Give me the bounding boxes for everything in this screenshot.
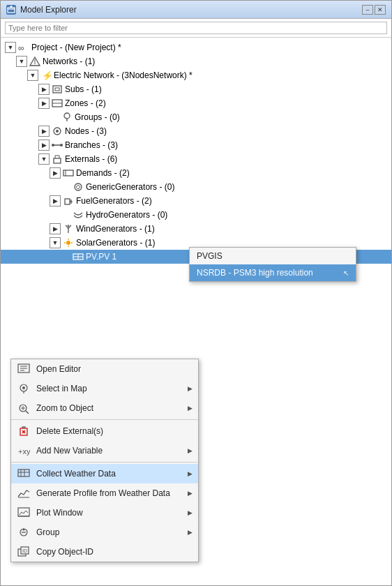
- toggle-externals[interactable]: ▼: [38, 153, 50, 165]
- toggle-demands[interactable]: ▶: [50, 167, 61, 179]
- svg-rect-25: [65, 199, 70, 204]
- filter-bar: [1, 19, 391, 38]
- tree-item-zones[interactable]: ▶ Zones - (2): [1, 96, 391, 110]
- label-electric-network: Electric Network - (3NodesNetwork) *: [54, 69, 193, 82]
- tree-item-wind-generators[interactable]: ▶ WindGenerators - (1): [1, 222, 391, 236]
- label-collect-weather-data: Collect Weather Data: [36, 469, 193, 479]
- svg-text:ID: ID: [22, 548, 27, 553]
- svg-point-17: [60, 144, 63, 146]
- toggle-subs[interactable]: ▶: [38, 84, 50, 95]
- title-bar: Model Explorer – ✕: [1, 1, 391, 19]
- tree-item-networks[interactable]: ▼ Networks - (1): [1, 54, 391, 68]
- label-subs: Subs - (1): [65, 83, 102, 96]
- label-branches: Branches - (3): [65, 139, 118, 151]
- submenu-item-nsrdb[interactable]: NSRDB - PSM3 high resolution ↖: [190, 264, 356, 281]
- tree-item-demands[interactable]: ▶ Demands - (2): [1, 166, 391, 180]
- tree-item-project[interactable]: ▼ ∞ Project - (New Project) *: [1, 40, 391, 54]
- label-generic-generators: GenericGenerators - (0): [86, 181, 174, 193]
- svg-point-14: [56, 130, 59, 133]
- icon-zones: [51, 98, 63, 109]
- icon-delete-externals: [17, 424, 31, 438]
- tree-item-electric-network[interactable]: ▼ ⚡ Electric Network - (3NodesNetwork) *: [1, 68, 391, 82]
- title-bar-left: Model Explorer: [6, 5, 77, 15]
- toggle-solar-generators[interactable]: ▼: [50, 237, 61, 248]
- toggle-branches[interactable]: ▶: [38, 140, 50, 151]
- icon-generate-profile: [17, 486, 31, 500]
- toggle-wind-generators[interactable]: ▶: [50, 223, 61, 234]
- icon-externals: [51, 153, 63, 165]
- context-menu-item-plot-window[interactable]: Plot Window: [11, 503, 198, 523]
- icon-select-in-map: [17, 382, 31, 396]
- context-menu-item-zoom-to-object[interactable]: Zoom to Object: [11, 398, 198, 418]
- window-title: Model Explorer: [20, 5, 77, 15]
- context-menu-item-group[interactable]: Group: [11, 523, 198, 542]
- label-groups: Groups - (0): [75, 111, 120, 123]
- toggle-nodes[interactable]: ▶: [38, 126, 50, 137]
- svg-text:⚡: ⚡: [42, 70, 52, 80]
- toggle-project[interactable]: ▼: [5, 42, 16, 53]
- svg-point-2: [10, 6, 13, 8]
- icon-subs: [51, 84, 63, 95]
- context-menu-item-collect-weather-data[interactable]: Collect Weather Data: [11, 464, 198, 483]
- context-menu-item-open-editor[interactable]: Open Editor: [11, 359, 198, 379]
- tree-item-nodes[interactable]: ▶ Nodes - (3): [1, 124, 391, 138]
- toggle-networks[interactable]: ▼: [16, 56, 27, 67]
- tree-item-generic-generators[interactable]: GenericGenerators - (0): [1, 180, 391, 194]
- tree-item-fuel-generators[interactable]: ▶ FuelGenerators - (2): [1, 194, 391, 208]
- context-menu-item-select-in-map[interactable]: Select in Map: [11, 379, 198, 398]
- icon-nodes: [51, 126, 63, 137]
- label-plot-window: Plot Window: [36, 508, 193, 518]
- context-menu-item-delete-externals[interactable]: Delete External(s): [11, 421, 198, 441]
- toggle-fuel-generators[interactable]: ▶: [50, 195, 61, 206]
- svg-rect-0: [8, 8, 15, 13]
- filter-input[interactable]: [5, 22, 387, 34]
- tree-item-externals[interactable]: ▼ Externals - (6): [1, 152, 391, 166]
- label-fuel-generators: FuelGenerators - (2): [76, 195, 152, 207]
- label-copy-object-id: Copy Object-ID: [36, 547, 193, 557]
- icon-zoom-to-object: [17, 401, 31, 415]
- tree-item-subs[interactable]: ▶ Subs - (1): [1, 82, 391, 96]
- context-menu-item-generate-profile[interactable]: Generate Profile from Weather Data: [11, 483, 198, 503]
- label-project: Project - (New Project) *: [31, 41, 121, 54]
- icon-project: ∞: [17, 42, 30, 53]
- separator-2: [11, 462, 198, 463]
- label-networks: Networks - (1): [43, 55, 95, 68]
- minimize-button[interactable]: –: [362, 5, 373, 15]
- tree-item-branches[interactable]: ▶ Branches - (3): [1, 138, 391, 152]
- label-group: Group: [36, 527, 193, 537]
- svg-text:+xyz: +xyz: [18, 447, 30, 456]
- icon-add-new-variable: +xyz: [17, 444, 31, 458]
- title-buttons: – ✕: [362, 5, 386, 15]
- icon-collect-weather-data: [17, 467, 31, 481]
- separator-1: [11, 419, 198, 420]
- tree-item-hydro-generators[interactable]: HydroGenerators - (0): [1, 208, 391, 222]
- icon-electric-network: ⚡: [40, 70, 52, 81]
- toggle-zones[interactable]: ▶: [38, 98, 50, 109]
- icon-fuel-generators: [62, 195, 75, 206]
- context-menu-item-add-new-variable[interactable]: +xyz Add New Variable: [11, 441, 198, 460]
- label-hydro-generators: HydroGenerators - (0): [86, 209, 167, 221]
- label-nodes: Nodes - (3): [65, 125, 107, 137]
- tree-area: ▼ ∞ Project - (New Project) * ▼ Networks…: [1, 38, 391, 585]
- icon-generic-generators: [72, 181, 84, 193]
- svg-rect-8: [55, 88, 59, 91]
- label-delete-externals: Delete External(s): [36, 426, 193, 436]
- icon-branches: [51, 140, 63, 151]
- submenu-item-pvgis[interactable]: PVGIS: [190, 248, 356, 264]
- icon-solar-generators: [62, 237, 75, 248]
- icon-group: [17, 525, 31, 539]
- tree-item-groups[interactable]: Groups - (0): [1, 110, 391, 124]
- icon-open-editor: [17, 362, 31, 376]
- svg-point-42: [22, 386, 25, 389]
- icon-hydro-generators: [72, 209, 84, 220]
- svg-point-64: [23, 529, 25, 531]
- label-zoom-to-object: Zoom to Object: [36, 403, 193, 413]
- label-nsrdb: NSRDB - PSM3 high resolution: [197, 268, 313, 278]
- icon-networks: [29, 56, 41, 67]
- context-menu-item-copy-object-id[interactable]: ID Copy Object-ID: [11, 542, 198, 562]
- toggle-electric-network[interactable]: ▼: [27, 70, 38, 81]
- label-demands: Demands - (2): [76, 167, 130, 179]
- icon-copy-object-id: ID: [17, 545, 31, 559]
- svg-line-45: [26, 411, 29, 414]
- close-button[interactable]: ✕: [375, 5, 386, 15]
